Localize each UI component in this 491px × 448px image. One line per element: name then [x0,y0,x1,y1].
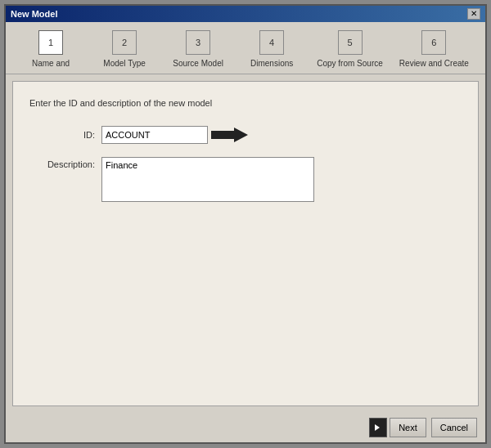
new-model-dialog: New Model ✕ 1 Name and 2 Model Type 3 So… [4,4,487,444]
step-2-label: Model Type [103,58,146,69]
description-row: Description: Finance [29,157,462,202]
next-arrow-icon[interactable] [369,418,387,437]
step-3[interactable]: 3 Source Model [169,30,227,69]
content-area: Enter the ID and description of the new … [12,81,479,406]
footer: Next Cancel [6,413,485,442]
description-label: Description: [29,159,95,169]
step-6[interactable]: 6 Review and Create [399,30,469,69]
close-button[interactable]: ✕ [467,8,480,20]
step-2-circle: 2 [112,30,137,55]
step-6-label: Review and Create [399,58,469,69]
arrow-indicator [211,128,248,145]
step-6-circle: 6 [421,30,446,55]
description-input[interactable]: Finance [101,157,314,202]
id-input[interactable] [101,126,208,144]
dialog-title: New Model [11,9,57,19]
step-5[interactable]: 5 Copy from Source [317,30,383,69]
step-5-circle: 5 [338,30,363,55]
step-3-circle: 3 [186,30,210,55]
steps-bar: 1 Name and 2 Model Type 3 Source Model 4… [6,22,485,74]
instruction-text: Enter the ID and description of the new … [29,98,462,108]
cancel-button[interactable]: Cancel [431,418,477,437]
step-1-circle: 1 [38,30,63,55]
step-4-circle: 4 [259,30,284,55]
step-2[interactable]: 2 Model Type [96,30,153,69]
step-5-label: Copy from Source [317,58,383,69]
id-label: ID: [29,130,95,140]
step-1-label: Name and [32,58,70,69]
step-3-label: Source Model [173,58,223,69]
arrow-icon [211,128,248,142]
next-button[interactable]: Next [390,418,426,437]
step-4[interactable]: 4 Dimensions [243,30,300,69]
arrow-right-icon [373,423,383,432]
step-4-label: Dimensions [250,58,293,69]
step-1[interactable]: 1 Name and [22,30,79,69]
svg-marker-0 [211,128,248,142]
title-bar: New Model ✕ [6,6,485,22]
id-row: ID: [29,126,462,144]
svg-marker-1 [375,424,380,431]
